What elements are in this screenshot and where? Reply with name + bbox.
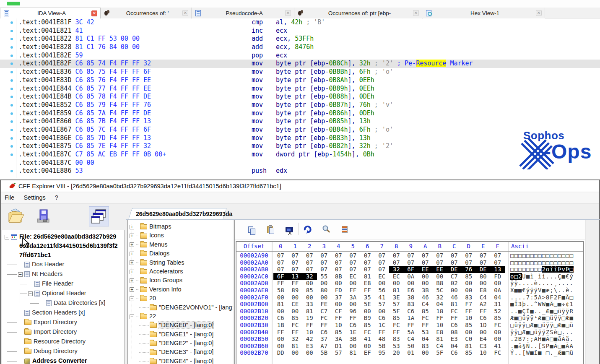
hex-ascii[interactable]: X■■€ýÿÿV■æ;\..è. <box>510 287 574 294</box>
hex-byte[interactable]: 00 <box>462 287 476 294</box>
hex-byte[interactable]: 07 <box>462 252 476 259</box>
hex-byte[interactable]: 00 <box>317 294 332 301</box>
hex-byte[interactable]: 1C <box>375 322 390 329</box>
breakpoint-dot[interactable] <box>10 104 13 107</box>
hex-byte[interactable]: 07 <box>360 259 375 266</box>
hex-byte[interactable]: 32 <box>302 273 317 280</box>
hex-byte[interactable]: A7 <box>317 343 332 350</box>
expander-icon[interactable]: + <box>130 278 134 283</box>
hex-byte[interactable]: 07 <box>375 266 390 273</box>
hex-byte[interactable]: CE <box>288 301 303 308</box>
close-icon[interactable]: ✕ <box>285 10 291 16</box>
hex-byte[interactable]: 85 <box>462 273 476 280</box>
breakpoint-dot[interactable] <box>10 88 13 90</box>
hex-byte[interactable]: 07 <box>389 252 404 259</box>
hex-byte[interactable]: 81 <box>462 343 476 350</box>
hex-byte[interactable]: 00 <box>491 280 505 287</box>
hex-byte[interactable]: 32 <box>288 335 303 343</box>
hex-byte[interactable]: 42 <box>302 335 317 343</box>
hex-byte[interactable]: 5F <box>389 308 404 315</box>
hex-byte[interactable]: 85 <box>331 329 346 336</box>
hex-byte[interactable]: 57 <box>331 349 346 356</box>
hex-byte[interactable]: 6F <box>404 266 418 273</box>
hex-byte[interactable]: 53 <box>418 329 433 336</box>
hex-byte[interactable]: 10 <box>433 322 447 329</box>
breakpoint-dot[interactable] <box>10 30 13 32</box>
hex-byte[interactable]: 07 <box>273 259 288 266</box>
asm-line[interactable]: .text:0041E84B C6 85 78 F4 FF FF DEmovby… <box>0 93 600 101</box>
hex-byte[interactable]: 00 <box>273 308 288 315</box>
hex-byte[interactable]: C6 <box>447 349 462 356</box>
hex-byte[interactable]: 3A <box>331 335 346 343</box>
hex-byte[interactable]: 20 <box>389 349 404 356</box>
hex-byte[interactable]: 07 <box>317 252 332 259</box>
hex-byte[interactable]: 07 <box>331 259 346 266</box>
hex-byte[interactable]: C0 <box>462 335 476 343</box>
hex-byte[interactable]: 5B <box>375 343 390 350</box>
hex-byte[interactable]: 00 <box>273 335 288 343</box>
asm-line[interactable]: .text:0041E821 41incecx <box>0 27 600 35</box>
hex-byte[interactable]: 56 <box>375 287 390 294</box>
hex-byte[interactable]: 07 <box>433 252 447 259</box>
hex-byte[interactable]: 46 <box>418 294 433 301</box>
resource-item-icon-groups[interactable]: +Icon Groups <box>128 276 233 285</box>
hex-byte[interactable]: 00 <box>462 329 476 336</box>
hex-byte[interactable]: 00 <box>447 287 462 294</box>
breakpoint-dot[interactable] <box>10 170 13 172</box>
resource-item-version-info[interactable]: +Version Info <box>128 285 233 294</box>
hex-byte[interactable]: 07 <box>302 252 317 259</box>
resource-item-22[interactable]: −22 <box>128 312 233 321</box>
hex-byte[interactable]: 81 <box>302 308 317 315</box>
asm-line[interactable]: .text:0041E87C C7 85 AC EB FF FF 0B 00+m… <box>0 151 600 159</box>
hex-byte[interactable]: FC <box>288 322 303 329</box>
tree-item-import-directory[interactable]: Import Directory <box>2 327 125 337</box>
hex-byte[interactable]: EC <box>389 273 404 280</box>
hex-byte[interactable]: 00 <box>476 280 491 287</box>
hex-ascii[interactable]: ....7:5A>8F2F■Ä□ <box>510 294 574 301</box>
asm-line[interactable]: .text:0041E886 53pushedx <box>0 167 600 175</box>
hex-byte[interactable]: C3 <box>476 343 491 350</box>
hex-byte[interactable]: 3E <box>389 294 404 301</box>
hex-byte[interactable]: 5A <box>404 329 418 336</box>
breakpoint-dot[interactable] <box>10 112 13 115</box>
breakpoint-dot[interactable] <box>10 129 13 131</box>
hex-byte[interactable]: 07 <box>331 252 346 259</box>
hex-byte[interactable]: 81 <box>360 273 375 280</box>
breakpoint-dot[interactable] <box>10 153 13 156</box>
tree-item-debug-directory[interactable]: Debug Directory <box>2 346 125 356</box>
hex-byte[interactable]: 07 <box>360 266 375 273</box>
asm-line[interactable]: .text:0041E852 C6 85 79 F4 FF FF 76movby… <box>0 101 600 109</box>
hex-byte[interactable]: C4 <box>433 343 447 350</box>
hex-byte[interactable]: 1D <box>476 322 491 329</box>
hex-byte[interactable]: 85 <box>462 322 476 329</box>
hex-ascii[interactable]: .2B7:;AH■Ä□■ãÀä. <box>510 335 574 343</box>
hex-ascii[interactable]: □□□□□□□□2oîîÞvÞ□ <box>510 266 574 273</box>
hex-byte[interactable]: 96 <box>346 308 361 315</box>
resource-item-20[interactable]: −20 <box>128 294 233 303</box>
hex-byte[interactable]: 07 <box>375 259 390 266</box>
tab-ida-view-a[interactable]: IDA View-A✕ <box>0 8 101 18</box>
expander-icon[interactable]: − <box>130 296 134 301</box>
hex-byte[interactable]: 07 <box>418 252 433 259</box>
hex-byte[interactable]: 85 <box>288 315 303 322</box>
hex-byte[interactable]: 07 <box>273 252 288 259</box>
expander-icon[interactable]: + <box>130 242 134 247</box>
hex-byte[interactable]: FF <box>302 322 317 329</box>
hex-byte[interactable]: 38 <box>404 294 418 301</box>
hex-byte[interactable]: 37 <box>331 294 346 301</box>
fill-button[interactable] <box>283 224 295 235</box>
ida-disassembly-view[interactable]: .text:0041E81F 3C 42cmpal, 42h ; 'B'.tex… <box>0 18 600 178</box>
asm-line[interactable]: .text:0041E844 C6 85 77 F4 FF FF EEmovby… <box>0 85 600 93</box>
hex-byte[interactable]: 07 <box>447 259 462 266</box>
hex-byte[interactable]: FF <box>346 315 361 322</box>
hex-byte[interactable]: FF <box>273 329 288 336</box>
asm-line[interactable]: .text:0041E82E 59popecx <box>0 52 600 60</box>
menu-help[interactable]: ? <box>51 192 62 203</box>
resource-item-dialogs[interactable]: +Dialogs <box>128 249 233 258</box>
hex-byte[interactable]: A2 <box>476 301 491 308</box>
hex-byte[interactable]: FF <box>346 287 361 294</box>
tree-item-optional-header[interactable]: −Optional Header <box>2 289 125 298</box>
expander-icon[interactable]: − <box>5 235 9 239</box>
windows-cascade-button[interactable] <box>89 206 109 226</box>
hex-byte[interactable]: 55 <box>317 273 332 280</box>
